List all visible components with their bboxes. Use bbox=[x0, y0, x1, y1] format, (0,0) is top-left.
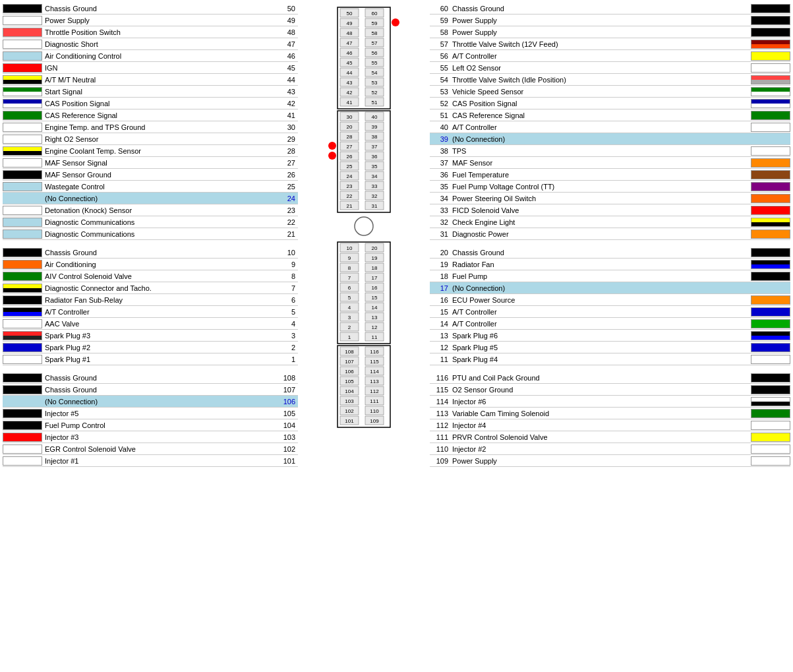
pin-label: Start Signal bbox=[42, 88, 277, 96]
pin-number: 3 bbox=[277, 332, 298, 340]
pin-label: Throttle Valve Switch (12V Feed) bbox=[451, 40, 751, 48]
pin-label: Fuel Pump Voltage Control (TT) bbox=[451, 183, 751, 191]
pin-number: 115 bbox=[430, 386, 451, 394]
svg-point-157 bbox=[328, 142, 336, 150]
right-pin-row: 16ECU Power Source bbox=[430, 294, 790, 306]
pin-number: 21 bbox=[277, 230, 298, 238]
left-pin-row: EGR Control Solenoid Valve102 bbox=[3, 443, 298, 455]
wire-color-swatch bbox=[751, 307, 790, 317]
pin-number: 16 bbox=[430, 296, 451, 304]
left-pin-row: AAC Valve4 bbox=[3, 318, 298, 330]
wire-color-swatch bbox=[3, 123, 42, 132]
pin-number: 105 bbox=[277, 410, 298, 417]
wire-color-swatch bbox=[751, 99, 790, 108]
svg-text:33: 33 bbox=[372, 183, 378, 189]
wire-color-swatch bbox=[3, 111, 42, 120]
right-pin-row: 33FICD Solenoid Valve bbox=[430, 204, 790, 216]
pin-label: A/T Controller bbox=[42, 308, 277, 316]
svg-text:47: 47 bbox=[347, 40, 353, 46]
svg-text:10: 10 bbox=[347, 245, 353, 251]
svg-text:11: 11 bbox=[372, 334, 378, 340]
pin-number: 55 bbox=[430, 64, 451, 72]
right-pin-row: 39(No Connection) bbox=[430, 133, 790, 145]
wire-color-swatch bbox=[3, 373, 42, 382]
pin-number: 15 bbox=[430, 308, 451, 316]
wire-color-swatch bbox=[751, 295, 790, 305]
pin-label: CAS Position Signal bbox=[42, 100, 277, 107]
pin-number: 24 bbox=[277, 195, 298, 202]
left-pin-row: A/T Controller5 bbox=[3, 306, 298, 318]
pin-label: Power Steering Oil Switch bbox=[451, 195, 751, 202]
svg-text:24: 24 bbox=[347, 173, 353, 179]
svg-text:113: 113 bbox=[370, 379, 379, 384]
svg-text:12: 12 bbox=[372, 324, 378, 330]
wire-color-swatch bbox=[751, 343, 790, 352]
left-pin-row: Power Supply49 bbox=[3, 15, 298, 26]
pin-label: IGN bbox=[42, 64, 277, 72]
wire-color-swatch bbox=[3, 295, 42, 305]
pin-label: Chassis Ground bbox=[42, 5, 277, 13]
svg-point-158 bbox=[328, 152, 336, 160]
right-pin-row: 60Chassis Ground bbox=[430, 3, 790, 15]
svg-text:13: 13 bbox=[372, 315, 378, 321]
pin-number: 38 bbox=[430, 147, 451, 155]
svg-text:20: 20 bbox=[347, 124, 353, 130]
pin-label: AIV Control Solenoid Valve bbox=[42, 272, 277, 280]
pin-number: 106 bbox=[277, 398, 298, 406]
svg-text:5: 5 bbox=[348, 295, 351, 301]
left-pin-row: Throttle Position Switch48 bbox=[3, 26, 298, 38]
svg-text:103: 103 bbox=[345, 398, 354, 404]
wire-color-swatch bbox=[3, 206, 42, 215]
right-pin-row: 19Radiator Fan bbox=[430, 259, 790, 270]
wire-color-swatch bbox=[751, 146, 790, 156]
pin-number: 19 bbox=[430, 260, 451, 268]
wire-color-swatch bbox=[751, 373, 790, 382]
wire-color-swatch bbox=[751, 409, 790, 418]
svg-text:35: 35 bbox=[372, 164, 378, 169]
pin-number: 51 bbox=[430, 111, 451, 119]
wire-color-swatch bbox=[751, 75, 790, 84]
pin-label: Power Supply bbox=[451, 457, 751, 465]
pin-label: (No Connection) bbox=[451, 284, 751, 292]
left-pin-row: MAF Sensor Signal27 bbox=[3, 157, 298, 169]
svg-text:57: 57 bbox=[372, 40, 378, 46]
pin-number: 14 bbox=[430, 320, 451, 328]
pin-number: 37 bbox=[430, 159, 451, 167]
left-pin-row: Air Conditioning9 bbox=[3, 259, 298, 270]
wire-color-swatch bbox=[3, 87, 42, 96]
wire-color-swatch bbox=[751, 206, 790, 215]
pin-label: Spark Plug #2 bbox=[42, 344, 277, 351]
svg-text:42: 42 bbox=[347, 90, 353, 96]
pin-number: 23 bbox=[277, 206, 298, 214]
svg-text:46: 46 bbox=[347, 50, 353, 56]
left-pin-row: Air Conditioning Control46 bbox=[3, 50, 298, 62]
wire-color-swatch bbox=[3, 51, 42, 61]
svg-text:106: 106 bbox=[345, 369, 354, 375]
left-pin-row: Diagnostic Connector and Tacho.7 bbox=[3, 282, 298, 294]
pin-number: 40 bbox=[430, 123, 451, 131]
connector-svg: 5060495948584757465645554454435342524151… bbox=[318, 4, 410, 437]
svg-text:112: 112 bbox=[370, 388, 379, 394]
pin-number: 109 bbox=[430, 457, 451, 465]
pin-label: Air Conditioning Control bbox=[42, 52, 277, 60]
svg-text:6: 6 bbox=[348, 285, 351, 291]
pin-label: A/T Controller bbox=[451, 308, 751, 316]
connector-diagram: 5060495948584757465645554454435342524151… bbox=[298, 4, 430, 437]
pin-label: Wastegate Control bbox=[42, 183, 277, 191]
left-pin-row: Injector #3103 bbox=[3, 431, 298, 443]
wire-color-swatch bbox=[3, 319, 42, 328]
svg-text:52: 52 bbox=[372, 90, 378, 96]
svg-text:22: 22 bbox=[347, 193, 353, 199]
pin-label: EGR Control Solenoid Valve bbox=[42, 445, 277, 453]
pin-number: 1 bbox=[277, 355, 298, 363]
left-pin-row: Radiator Fan Sub-Relay6 bbox=[3, 294, 298, 306]
svg-text:109: 109 bbox=[370, 418, 379, 424]
wire-color-swatch bbox=[3, 28, 42, 37]
wire-color-swatch bbox=[751, 4, 790, 13]
pin-number: 102 bbox=[277, 445, 298, 453]
pin-label: Spark Plug #4 bbox=[451, 355, 751, 363]
pin-label: Detonation (Knock) Sensor bbox=[42, 206, 277, 214]
svg-text:9: 9 bbox=[348, 255, 351, 261]
pin-label: Engine Coolant Temp. Sensor bbox=[42, 147, 277, 155]
wire-color-swatch bbox=[3, 307, 42, 317]
